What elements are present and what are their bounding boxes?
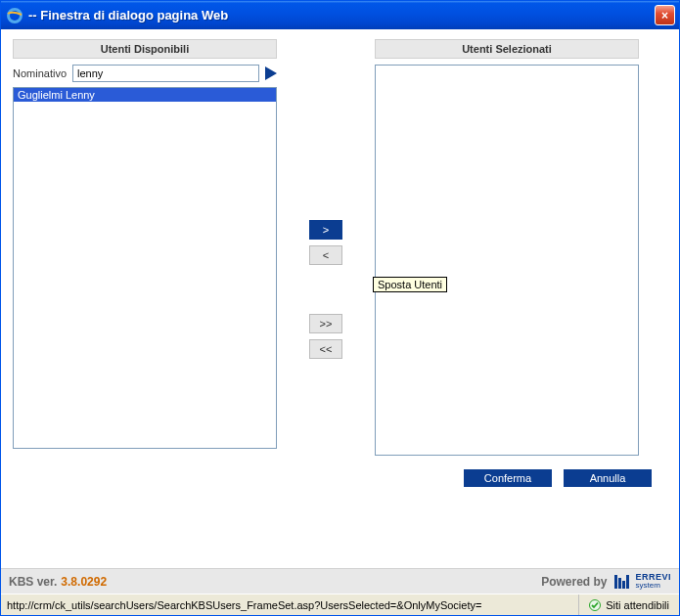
available-header: Utenti Disponibili — [13, 39, 277, 59]
move-right-button[interactable]: > — [309, 220, 342, 240]
list-item[interactable]: Guglielmi Lenny — [14, 88, 276, 102]
confirm-button[interactable]: Conferma — [464, 469, 552, 487]
available-listbox[interactable]: Guglielmi Lenny — [13, 87, 277, 449]
cancel-button[interactable]: Annulla — [564, 469, 652, 487]
move-all-left-button[interactable]: << — [309, 339, 342, 359]
titlebar: -- Finestra di dialogo pagina Web × — [1, 1, 679, 29]
version-label: 3.8.0292 — [61, 575, 107, 589]
check-icon — [589, 599, 601, 611]
available-panel: Utenti Disponibili Nominativo Guglielmi … — [13, 39, 277, 449]
search-input[interactable] — [72, 65, 259, 82]
move-all-right-button[interactable]: >> — [309, 314, 342, 333]
tooltip: Sposta Utenti — [373, 277, 447, 292]
brand-bottom: system — [635, 582, 671, 590]
selected-listbox[interactable] — [375, 65, 639, 456]
window-title: -- Finestra di dialogo pagina Web — [28, 8, 655, 22]
footer: KBS ver. 3.8.0292 Powered by ERREVI syst… — [1, 568, 679, 594]
move-left-button[interactable]: < — [309, 245, 342, 265]
statusbar: http://crm/ck_utils/searchUsers/SearchKB… — [1, 594, 679, 615]
product-label: KBS ver. — [9, 575, 57, 589]
svg-point-0 — [9, 9, 22, 22]
transfer-controls: > < >> << — [277, 39, 375, 359]
logo-lines-icon — [614, 575, 632, 589]
selected-panel: Utenti Selezionati — [375, 39, 639, 456]
search-row: Nominativo — [13, 65, 277, 82]
brand-logo: ERREVI system — [614, 573, 671, 590]
search-label: Nominativo — [13, 67, 67, 79]
close-button[interactable]: × — [655, 5, 675, 25]
content: Utenti Disponibili Nominativo Guglielmi … — [1, 29, 679, 568]
close-icon: × — [661, 9, 668, 22]
search-go-button[interactable] — [265, 66, 277, 80]
powered-by-label: Powered by — [541, 575, 607, 589]
dialog-window: -- Finestra di dialogo pagina Web × Uten… — [0, 0, 680, 616]
selected-header: Utenti Selezionati — [375, 39, 639, 59]
ie-icon — [7, 8, 23, 23]
status-url: http://crm/ck_utils/searchUsers/SearchKB… — [1, 594, 579, 615]
columns: Utenti Disponibili Nominativo Guglielmi … — [13, 39, 667, 456]
client-area: Utenti Disponibili Nominativo Guglielmi … — [1, 29, 679, 615]
security-zone: Siti attendibili — [579, 599, 679, 611]
zone-label: Siti attendibili — [606, 599, 669, 611]
action-row: Conferma Annulla — [13, 456, 667, 487]
